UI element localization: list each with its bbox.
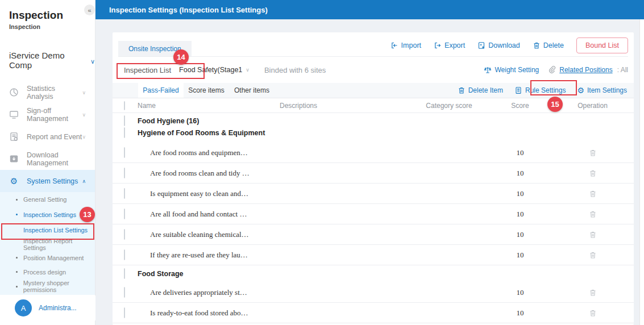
- col-header-descriptions: Descriptions: [280, 102, 409, 110]
- delete-button[interactable]: Delete: [533, 41, 564, 49]
- export-button[interactable]: Export: [434, 41, 465, 49]
- trash-icon[interactable]: [589, 289, 597, 297]
- table-row: Is equipment easy to clean and… 10: [113, 184, 634, 204]
- score-value: 10: [489, 251, 551, 260]
- trash-icon[interactable]: [589, 210, 597, 218]
- delete-label: Delete: [543, 41, 564, 49]
- download-button[interactable]: Download: [477, 41, 520, 49]
- sidebar-item-label: System Settings: [27, 177, 82, 185]
- sidebar-item-general-setting[interactable]: General Setting: [0, 192, 95, 207]
- bullet-icon: [16, 286, 18, 288]
- sidebar-menu: Statistics Analysis ∨ Sign-off Managemen…: [0, 81, 95, 295]
- table-row: Is ready-to-eat food stored abo… 10: [113, 303, 634, 323]
- select-all-checkbox[interactable]: [124, 101, 125, 110]
- item-name: Are deliveries appropriately st…: [138, 288, 409, 297]
- tab-other-items[interactable]: Other items: [229, 83, 275, 98]
- trash-icon[interactable]: [589, 190, 597, 198]
- chevron-down-icon: ∨: [82, 90, 86, 95]
- sidebar-item-label: Sign-off Management: [27, 107, 82, 123]
- row-checkbox[interactable]: [124, 307, 125, 318]
- binded-sites-text: Binded with 6 sites: [264, 66, 326, 74]
- row-checkbox[interactable]: [124, 249, 125, 260]
- export-icon: [434, 41, 442, 49]
- trash-icon[interactable]: [589, 149, 597, 157]
- chevron-down-icon: ∨: [82, 112, 86, 118]
- import-button[interactable]: Import: [390, 41, 421, 49]
- row-checkbox[interactable]: [124, 268, 125, 279]
- scale-icon: [484, 66, 492, 74]
- row-checkbox[interactable]: [124, 168, 125, 178]
- item-name: If they are re-used are they lau…: [138, 251, 409, 260]
- page-scrollbar[interactable]: [639, 19, 644, 325]
- table-row-group: Food Storage: [113, 265, 634, 282]
- tab-score-items[interactable]: Score items: [184, 83, 229, 98]
- company-selector[interactable]: iService Demo Comp ∨: [0, 30, 95, 70]
- sidebar-item-mystery-shopper-permissions[interactable]: Mystery shopper permissions: [0, 279, 95, 294]
- paperclip-icon: [548, 65, 556, 75]
- item-name: Is ready-to-eat food stored abo…: [138, 309, 409, 318]
- score-value: 10: [489, 288, 551, 297]
- company-name: iService Demo Comp: [9, 51, 87, 70]
- sidebar-item-label: Download Management: [27, 151, 86, 167]
- row-checkbox[interactable]: [124, 229, 125, 240]
- row-checkbox[interactable]: [124, 115, 125, 126]
- user-row[interactable]: A Administra...: [0, 295, 95, 320]
- group-name: Food Storage: [138, 270, 634, 278]
- annotation-badge-13: 13: [80, 207, 95, 222]
- bound-list-button[interactable]: Bound List: [576, 38, 628, 53]
- sidebar-item-download-management[interactable]: Download Management: [0, 148, 95, 170]
- sidebar-item-statistics-analysis[interactable]: Statistics Analysis ∨: [0, 81, 95, 103]
- sidebar-item-position-management[interactable]: Position Management: [0, 251, 95, 265]
- table-row-group: Hygiene of Food Rooms & Equipment: [113, 127, 634, 139]
- delete-item-button[interactable]: Delete Item: [458, 86, 503, 94]
- score-value: 10: [489, 309, 551, 318]
- import-icon: [390, 41, 398, 49]
- download-label: Download: [488, 41, 520, 49]
- related-positions-value: : All: [617, 66, 628, 74]
- system-settings-submenu: General Setting Inspection Settings Insp…: [0, 192, 95, 295]
- report-icon: [9, 132, 19, 141]
- sidebar-item-process-design[interactable]: Process design: [0, 265, 95, 279]
- row-checkbox[interactable]: [124, 147, 125, 158]
- row-checkbox[interactable]: [124, 188, 125, 199]
- sidebar-item-report-and-event[interactable]: Report and Event ∨: [0, 126, 95, 148]
- sidebar-collapse-button[interactable]: «: [84, 5, 95, 15]
- download-file-icon: [477, 41, 485, 49]
- sidebar-item-label: Statistics Analysis: [27, 85, 82, 101]
- sidebar-item-system-settings[interactable]: ⚙ System Settings ∧: [0, 170, 95, 192]
- chevron-down-icon: ∨: [82, 134, 86, 140]
- trash-icon[interactable]: [589, 309, 597, 317]
- sub-item-label: Position Management: [23, 255, 84, 261]
- annotation-badge-15: 15: [547, 97, 563, 112]
- chevron-down-icon: ∨: [246, 67, 250, 73]
- row-checkbox[interactable]: [124, 209, 125, 219]
- sidebar: Inspection Inspection iService Demo Comp…: [0, 0, 95, 325]
- trash-icon[interactable]: [589, 169, 597, 177]
- row-checkbox[interactable]: [124, 127, 125, 138]
- weight-setting-label: Weight Setting: [495, 66, 539, 74]
- download-square-icon: [9, 154, 19, 164]
- bullet-icon: [16, 271, 18, 273]
- avatar[interactable]: A: [15, 299, 32, 316]
- row-checkbox[interactable]: [124, 287, 125, 298]
- sidebar-item-inspection-report-settings[interactable]: Inspection Report Settings: [0, 238, 95, 251]
- export-label: Export: [444, 41, 465, 49]
- sub-item-label: Mystery shopper permissions: [23, 280, 95, 293]
- user-name[interactable]: Administra...: [39, 304, 77, 312]
- sidebar-item-signoff-management[interactable]: Sign-off Management ∨: [0, 103, 95, 126]
- rule-document-icon: [514, 86, 522, 94]
- trash-icon[interactable]: [589, 251, 597, 259]
- bullet-icon: [16, 199, 18, 201]
- sub-item-label: Process design: [23, 269, 66, 276]
- monitor-icon: [9, 110, 19, 119]
- item-settings-button[interactable]: ⚙ Item Settings: [577, 86, 627, 95]
- related-positions-link[interactable]: Related Positions: [559, 66, 612, 74]
- trash-icon[interactable]: [589, 231, 597, 239]
- annotation-rect-inspection-list-settings: [1, 223, 94, 240]
- weight-setting-button[interactable]: Weight Setting: [484, 66, 539, 74]
- col-header-name: Name: [138, 102, 280, 110]
- table-row: Are all food and hand contact … 10: [113, 204, 634, 224]
- trash-icon: [458, 86, 466, 94]
- tab-pass-failed[interactable]: Pass-Failed: [138, 83, 184, 98]
- gear-icon: ⚙: [577, 86, 584, 95]
